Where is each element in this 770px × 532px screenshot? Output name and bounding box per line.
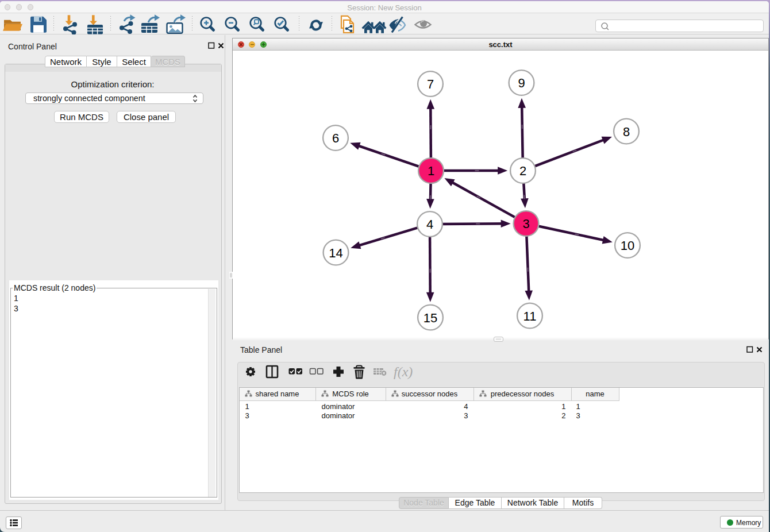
svg-text:2: 2 xyxy=(519,164,526,178)
svg-text:6: 6 xyxy=(332,131,339,145)
svg-text:4: 4 xyxy=(426,217,433,232)
svg-text:7: 7 xyxy=(427,77,434,91)
svg-text:9: 9 xyxy=(518,76,525,90)
svg-text:8: 8 xyxy=(623,125,630,139)
svg-text:10: 10 xyxy=(621,238,634,253)
svg-text:15: 15 xyxy=(424,311,437,325)
svg-text:11: 11 xyxy=(523,309,537,323)
svg-text:3: 3 xyxy=(522,217,529,231)
svg-text:f(x): f(x) xyxy=(394,364,413,379)
svg-text:14: 14 xyxy=(329,246,342,260)
svg-text:1: 1 xyxy=(428,164,434,178)
